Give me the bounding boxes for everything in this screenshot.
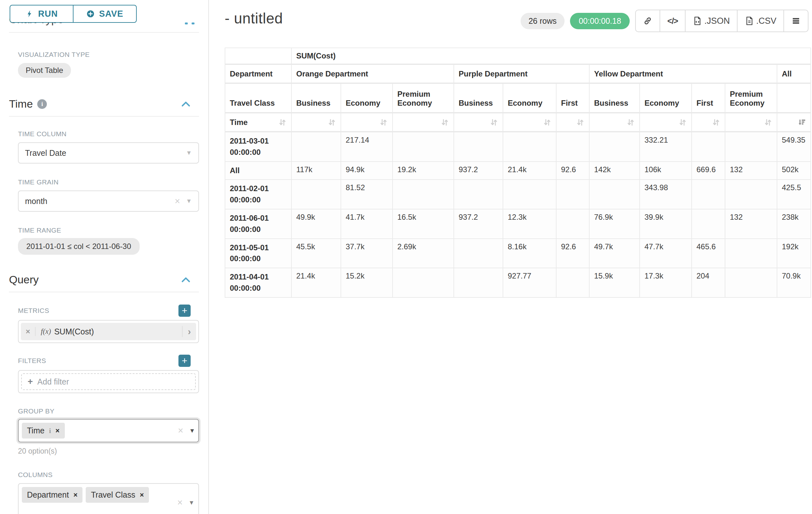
remove-metric-icon[interactable]: ×: [21, 327, 36, 336]
data-cell: 132: [725, 162, 777, 180]
data-cell: 927.77: [503, 268, 556, 298]
chevron-right-icon[interactable]: ›: [182, 326, 196, 337]
sub-column-header: Premium Economy: [725, 84, 777, 113]
file-json-icon: [693, 16, 702, 26]
columns-select[interactable]: Department × Travel Class × × ▼: [18, 483, 199, 514]
info-icon[interactable]: i: [37, 99, 47, 109]
group-by-select[interactable]: Time i × × ▼: [18, 419, 199, 442]
time-column-label: TIME COLUMN: [18, 130, 208, 138]
group-header: Purple Department: [454, 65, 589, 84]
group-header: Yellow Department: [589, 65, 777, 84]
copy-link-button[interactable]: [636, 10, 660, 31]
data-cell: 8.16k: [503, 239, 556, 269]
sort-descending-active-icon[interactable]: [798, 118, 806, 127]
lightning-icon: [25, 10, 34, 18]
data-cell: [393, 268, 454, 298]
section-divider: [9, 116, 199, 117]
sort-icon[interactable]: [543, 118, 551, 127]
add-filter-plus-button[interactable]: +: [178, 355, 191, 367]
data-cell: 45.5k: [292, 239, 341, 269]
export-json-button[interactable]: .JSON: [685, 10, 737, 31]
data-cell: 81.52: [341, 180, 393, 210]
time-column-value: Travel Date: [25, 148, 180, 158]
save-button[interactable]: SAVE: [73, 5, 136, 22]
filters-container: + Add filter: [18, 370, 199, 393]
remove-tag-icon[interactable]: ×: [56, 427, 60, 435]
group-header: All: [777, 65, 811, 84]
query-timer-badge: 00:00:00.18: [570, 13, 630, 29]
chevron-up-icon-clipped: [192, 23, 195, 24]
data-cell: [503, 132, 556, 162]
collapse-chevron-icon[interactable]: [181, 101, 191, 108]
clear-icon[interactable]: ×: [177, 498, 183, 507]
export-csv-button[interactable]: .CSV: [737, 10, 783, 31]
data-cell: 17.3k: [640, 268, 692, 298]
sort-icon[interactable]: [712, 118, 720, 127]
time-grain-select[interactable]: month × ▼: [18, 190, 199, 212]
group-by-options-hint: 20 option(s): [18, 447, 208, 456]
section-divider: [9, 292, 199, 292]
clear-icon[interactable]: ×: [178, 426, 183, 435]
data-cell: 47.7k: [640, 239, 692, 269]
time-column-select[interactable]: Travel Date ▼: [18, 142, 199, 164]
row-count-badge: 26 rows: [521, 13, 565, 29]
data-cell: 549.35: [777, 132, 811, 162]
data-cell: 669.6: [692, 162, 725, 180]
table-row: 2011-05-0100:00:0045.5k37.7k2.69k8.16k92…: [225, 239, 811, 269]
sort-icon[interactable]: [441, 118, 449, 127]
add-filter-button[interactable]: + Add filter: [21, 373, 196, 390]
sort-icon[interactable]: [576, 118, 584, 127]
metric-chip[interactable]: × f(x) SUM(Cost) ›: [21, 323, 196, 340]
query-section-title: Query: [9, 273, 39, 286]
visualization-type-value[interactable]: Pivot Table: [18, 63, 71, 78]
sort-icon[interactable]: [278, 118, 287, 127]
control-panel: RUN SAVE Chart Type VISUALIZATION TYPE P…: [0, 0, 209, 514]
caret-down-icon[interactable]: ▼: [189, 427, 195, 434]
visualization-type-label: VISUALIZATION TYPE: [18, 51, 208, 58]
info-icon[interactable]: i: [49, 427, 51, 435]
data-cell: [292, 180, 341, 210]
columns-tag-travel-class[interactable]: Travel Class ×: [86, 487, 149, 503]
sort-icon[interactable]: [627, 118, 635, 127]
sort-icon[interactable]: [678, 118, 687, 127]
filters-label: FILTERS: [18, 357, 46, 364]
data-cell: [692, 132, 725, 162]
query-section-header: Query: [9, 273, 199, 286]
save-button-label: SAVE: [99, 9, 123, 19]
sort-icon[interactable]: [764, 118, 772, 127]
remove-tag-icon[interactable]: ×: [140, 491, 144, 499]
sub-column-header: First: [556, 84, 589, 113]
add-metric-button[interactable]: +: [178, 304, 191, 317]
sort-icon[interactable]: [328, 118, 336, 127]
sub-column-header: Premium Economy: [393, 84, 454, 113]
data-cell: [725, 268, 777, 298]
data-cell: 16.5k: [393, 210, 454, 239]
sort-icon[interactable]: [490, 118, 498, 127]
menu-button[interactable]: [783, 10, 808, 31]
data-cell: 41.7k: [341, 210, 393, 239]
clear-icon[interactable]: ×: [175, 197, 180, 206]
data-cell: [292, 132, 341, 162]
remove-tag-icon[interactable]: ×: [74, 491, 78, 499]
data-cell: 204: [692, 268, 725, 298]
data-cell: 92.6: [556, 162, 589, 180]
group-by-tag-time[interactable]: Time i ×: [22, 423, 65, 438]
row-header: 2011-05-0100:00:00: [225, 239, 292, 269]
corner-cell: [225, 48, 292, 65]
group-by-label: GROUP BY: [18, 407, 208, 415]
sub-column-header: Business: [454, 84, 503, 113]
data-cell: [556, 268, 589, 298]
data-cell: 217.14: [341, 132, 393, 162]
sub-column-header: Business: [589, 84, 640, 113]
time-section-header: Time i: [9, 98, 199, 110]
table-row: All117k94.9k19.2k937.221.4k92.6142k106k6…: [225, 162, 811, 180]
metric-name: SUM(Cost): [54, 327, 182, 336]
caret-down-icon[interactable]: ▼: [188, 499, 195, 506]
view-query-button[interactable]: </>: [660, 10, 685, 31]
time-range-value[interactable]: 2011-01-01 ≤ col < 2011-06-30: [18, 238, 140, 255]
collapse-chevron-icon[interactable]: [181, 276, 191, 283]
plus-icon: +: [28, 377, 33, 387]
run-button[interactable]: RUN: [10, 5, 73, 22]
sort-icon[interactable]: [379, 118, 388, 127]
columns-tag-department[interactable]: Department ×: [22, 487, 83, 503]
